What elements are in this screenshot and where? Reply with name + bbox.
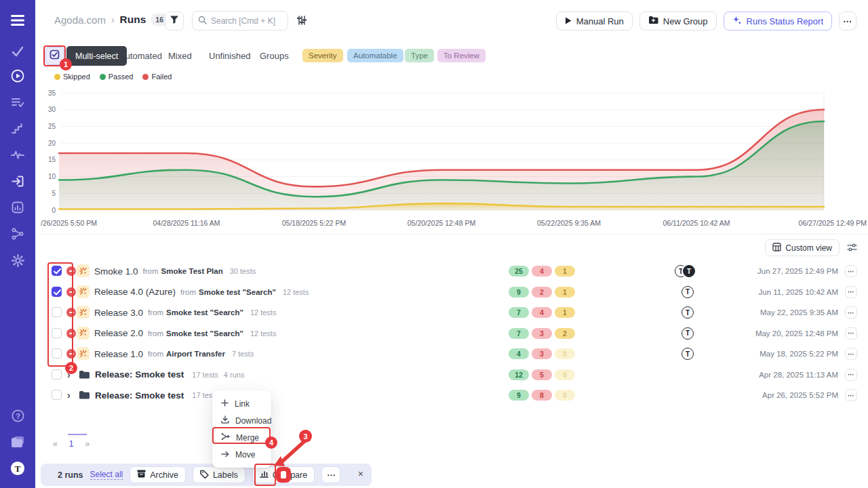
svg-text:10: 10 [48, 173, 56, 180]
projects-folders-icon[interactable] [10, 434, 25, 449]
view-settings-sliders-icon[interactable] [847, 243, 857, 255]
expand-chevron-icon[interactable]: › [67, 385, 71, 406]
row-more-button[interactable]: ⋯ [845, 348, 857, 360]
assignee-avatar[interactable]: T [682, 348, 694, 360]
skipped-count-pill: 0 [555, 390, 575, 401]
manual-run-button[interactable]: Manual Run [556, 12, 633, 30]
row-checkbox[interactable] [52, 328, 62, 338]
run-plan-link[interactable]: Smoke test "Search" [199, 288, 276, 296]
filter-chip-to-review[interactable]: To Review [437, 49, 486, 62]
run-title[interactable]: Release 2.0 [94, 328, 143, 338]
row-checkbox[interactable] [52, 287, 62, 297]
skipped-count-pill: 1 [555, 287, 575, 298]
download-icon [221, 415, 229, 426]
row-more-button[interactable]: ⋯ [845, 327, 857, 340]
left-sidebar: ? T [0, 0, 35, 488]
context-menu-item-download[interactable]: Download [212, 412, 271, 429]
select-all-link[interactable]: Select all [90, 470, 123, 480]
run-title[interactable]: Release 3.0 [94, 308, 143, 318]
filter-chip-automatable[interactable]: Automatable [347, 49, 403, 62]
pulse-activity-icon[interactable] [10, 147, 25, 162]
run-plan-link[interactable]: Smoke test "Search" [166, 308, 243, 317]
row-more-button[interactable]: ⋯ [845, 369, 857, 381]
row-checkbox[interactable] [52, 369, 62, 380]
row-checkbox[interactable] [52, 307, 62, 317]
test-plans-icon[interactable] [10, 95, 25, 110]
row-more-button[interactable]: ⋯ [845, 306, 857, 319]
filter-chip-type[interactable]: Type [405, 49, 434, 62]
assignee-avatar[interactable]: T [682, 306, 694, 319]
selection-more-button[interactable]: ⋯ [321, 466, 340, 483]
context-menu-item-merge[interactable]: Merge [212, 429, 271, 446]
run-row: Release 3.0 from Smoke test "Search" 12 … [41, 302, 868, 323]
sign-in-icon[interactable] [10, 174, 25, 188]
header-more-button[interactable]: ⋯ [839, 12, 856, 30]
page-title: Runs [120, 14, 146, 26]
runs-status-report-button[interactable]: Runs Status Report [724, 12, 832, 30]
milestones-steps-icon[interactable] [10, 121, 25, 136]
run-title[interactable]: Release 4.0 (Azure) [94, 287, 176, 297]
pagination-next[interactable]: » [85, 439, 90, 449]
close-selection-icon[interactable]: × [358, 469, 363, 479]
run-title[interactable]: Release 1.0 [94, 349, 143, 359]
settings-gear-icon[interactable] [10, 253, 25, 268]
row-checkbox[interactable] [52, 348, 62, 359]
context-menu-item-link[interactable]: Link [212, 395, 271, 412]
run-plan-link[interactable]: Smoke test "Search" [166, 329, 243, 338]
pagination-prev[interactable]: « [53, 439, 58, 449]
filter-chip-severity[interactable]: Severity [302, 49, 343, 62]
filter-funnel-button[interactable] [165, 12, 184, 30]
new-group-button[interactable]: New Group [639, 12, 717, 30]
context-menu-item-move[interactable]: Move [212, 446, 271, 463]
status-badges: 430 [509, 348, 575, 359]
row-checkbox[interactable] [52, 390, 62, 400]
funnel-icon [170, 15, 179, 27]
labels-button[interactable]: Labels [193, 466, 245, 483]
status-badges: 980 [509, 390, 575, 401]
tab-groups[interactable]: Groups [260, 51, 289, 61]
row-checkbox[interactable] [52, 266, 62, 276]
automated-run-icon [77, 264, 90, 277]
analytics-report-icon[interactable] [10, 200, 25, 215]
group-row: › Release: Smoke test 17 tests 4 runs 12… [41, 365, 868, 386]
row-more-button[interactable]: ⋯ [845, 389, 857, 401]
assignee-avatar[interactable]: T [682, 286, 694, 298]
play-icon [565, 16, 572, 26]
pagination-page-1[interactable]: 1 [69, 439, 74, 449]
run-from-label: from [180, 288, 196, 296]
row-more-button[interactable]: ⋯ [845, 286, 857, 298]
tests-check-icon[interactable] [10, 44, 25, 59]
archive-button[interactable]: Archive [130, 466, 186, 483]
tab-unfinished[interactable]: Unfinished [209, 51, 250, 61]
avatars: T [682, 306, 694, 319]
breadcrumb-project[interactable]: Agoda.com [54, 14, 106, 26]
hamburger-menu-icon[interactable] [10, 13, 25, 28]
passed-count-pill: 9 [509, 287, 529, 298]
row-more-button[interactable]: ⋯ [845, 265, 857, 277]
runs-play-icon[interactable] [10, 68, 25, 83]
run-plan-link[interactable]: Airport Transfer [166, 350, 225, 358]
header-actions: Manual Run New Group Runs Status Report … [556, 12, 856, 30]
skipped-count-pill: 0 [555, 369, 575, 380]
run-title[interactable]: Smoke 1.0 [94, 266, 138, 277]
failed-status-icon [66, 308, 76, 317]
run-tests-count: 12 tests [250, 308, 277, 317]
app-logo[interactable]: T [10, 461, 25, 476]
assignee-avatar[interactable]: T [682, 327, 694, 340]
search-box[interactable] [192, 11, 288, 30]
branch-icon[interactable] [10, 226, 25, 241]
run-plan-link[interactable]: Smoke Test Plan [161, 267, 223, 275]
help-icon[interactable]: ? [10, 408, 25, 423]
tab-mixed[interactable]: Mixed [168, 51, 192, 61]
arrow-right-icon [221, 450, 229, 460]
search-filter-sliders-icon[interactable] [296, 15, 307, 28]
assignee-avatar[interactable]: T [683, 265, 695, 277]
breadcrumb: Agoda.com › Runs 16 [54, 14, 167, 26]
custom-view-button[interactable]: Custom view [765, 239, 840, 256]
group-title[interactable]: Release: Smoke test [95, 390, 184, 401]
automated-run-icon [77, 327, 90, 340]
search-input[interactable] [211, 16, 282, 26]
group-date: Apr 28, 2025 11:13 AM [759, 365, 838, 386]
labels-label: Labels [213, 470, 238, 480]
group-title[interactable]: Release: Smoke test [95, 369, 184, 380]
